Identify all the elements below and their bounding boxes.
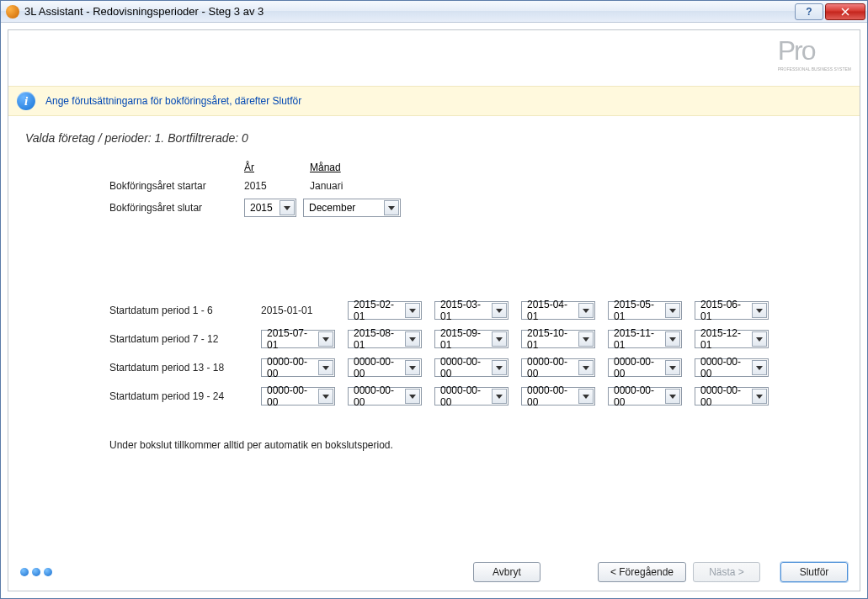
period-label: Startdatum period 7 - 12 bbox=[109, 333, 261, 345]
chevron-down-icon bbox=[405, 389, 420, 404]
next-button: Nästa > bbox=[693, 562, 760, 582]
period-date-combo[interactable]: 0000-00-00 bbox=[608, 387, 682, 406]
period-date-combo[interactable]: 2015-06-01 bbox=[695, 301, 769, 320]
period-date-combo[interactable]: 0000-00-00 bbox=[348, 387, 422, 406]
period-date-combo[interactable]: 0000-00-00 bbox=[521, 387, 595, 406]
fy-start-month: Januari bbox=[310, 180, 411, 192]
fy-end-year-combo[interactable]: 2015 bbox=[244, 199, 296, 217]
period-date-combo[interactable]: 0000-00-00 bbox=[608, 358, 682, 377]
content-area: Valda företag / perioder: 1. Bortfiltrer… bbox=[8, 116, 860, 554]
chevron-down-icon bbox=[665, 360, 680, 375]
period-date-combo[interactable]: 0000-00-00 bbox=[434, 387, 509, 406]
period-date-combo[interactable]: 0000-00-00 bbox=[695, 387, 769, 406]
period-date-combo[interactable]: 2015-11-01 bbox=[608, 330, 682, 348]
fy-end-month-combo[interactable]: December bbox=[303, 199, 401, 217]
cancel-button[interactable]: Avbryt bbox=[473, 562, 541, 582]
period-date-combo[interactable]: 2015-09-01 bbox=[434, 330, 509, 348]
fy-end-label: Bokföringsåret slutar bbox=[109, 202, 244, 214]
chevron-down-icon bbox=[665, 303, 680, 318]
period-label: Startdatum period 1 - 6 bbox=[109, 305, 261, 316]
chevron-down-icon bbox=[405, 360, 420, 375]
period-row: Startdatum period 19 - 24 0000-00-00 000… bbox=[109, 387, 843, 406]
summary-text: Valda företag / perioder: 1. Bortfiltrer… bbox=[25, 131, 843, 145]
dot-icon bbox=[20, 568, 29, 576]
period-date-combo[interactable]: 0000-00-00 bbox=[348, 358, 422, 377]
period-date-combo[interactable]: 2015-04-01 bbox=[521, 301, 595, 320]
chevron-down-icon bbox=[492, 303, 507, 318]
chevron-down-icon bbox=[318, 360, 333, 375]
period-date-combo[interactable]: 0000-00-00 bbox=[434, 358, 509, 377]
chevron-down-icon bbox=[665, 389, 680, 404]
period-date-combo[interactable]: 0000-00-00 bbox=[261, 358, 335, 377]
wizard-frame: Pro PROFESSIONAL BUSINESS SYSTEM i Ange … bbox=[8, 29, 860, 591]
chevron-down-icon bbox=[752, 331, 767, 347]
chevron-down-icon bbox=[405, 303, 420, 318]
period-date-combo[interactable]: 0000-00-00 bbox=[261, 387, 335, 406]
chevron-down-icon bbox=[492, 331, 507, 347]
period-row: Startdatum period 13 - 18 0000-00-00 000… bbox=[109, 358, 843, 377]
periods-grid: Startdatum period 1 - 6 2015-01-01 2015-… bbox=[109, 301, 843, 406]
chevron-down-icon bbox=[318, 331, 333, 347]
period-date-combo[interactable]: 2015-12-01 bbox=[695, 330, 769, 348]
period-date-combo[interactable]: 2015-05-01 bbox=[608, 301, 682, 320]
period-date-combo[interactable]: 0000-00-00 bbox=[521, 358, 595, 377]
period-date-combo[interactable]: 2015-07-01 bbox=[261, 330, 335, 348]
titlebar: 3L Assistant - Redovisningsperioder - St… bbox=[1, 1, 867, 23]
wizard-window: 3L Assistant - Redovisningsperioder - St… bbox=[0, 0, 868, 599]
info-message: Ange förutsättningarna för bokföringsåre… bbox=[45, 95, 301, 107]
info-bar: i Ange förutsättningarna för bokföringså… bbox=[8, 86, 860, 116]
chevron-down-icon bbox=[578, 303, 594, 318]
period-start-date: 2015-01-01 bbox=[261, 305, 348, 316]
period-date-combo[interactable]: 2015-02-01 bbox=[348, 301, 422, 320]
period-date-combo[interactable]: 2015-03-01 bbox=[434, 301, 509, 320]
periods-footnote: Under bokslut tillkommer alltid per auto… bbox=[109, 439, 843, 451]
dot-icon bbox=[32, 568, 40, 576]
chevron-down-icon bbox=[578, 331, 594, 347]
chevron-down-icon bbox=[752, 303, 767, 318]
info-icon: i bbox=[17, 92, 35, 110]
period-date-combo[interactable]: 0000-00-00 bbox=[695, 358, 769, 377]
help-button[interactable]: ? bbox=[795, 3, 823, 20]
chevron-down-icon bbox=[384, 200, 399, 215]
fy-start-year: 2015 bbox=[244, 180, 303, 192]
window-title: 3L Assistant - Redovisningsperioder - St… bbox=[24, 5, 795, 18]
chevron-down-icon bbox=[578, 360, 594, 375]
close-button[interactable] bbox=[825, 3, 865, 20]
period-label: Startdatum period 19 - 24 bbox=[109, 390, 261, 402]
period-label: Startdatum period 13 - 18 bbox=[109, 362, 261, 374]
chevron-down-icon bbox=[492, 389, 507, 404]
period-row: Startdatum period 1 - 6 2015-01-01 2015-… bbox=[109, 301, 843, 320]
period-date-combo[interactable]: 2015-08-01 bbox=[348, 330, 422, 348]
chevron-down-icon bbox=[280, 200, 295, 215]
chevron-down-icon bbox=[752, 389, 767, 404]
chevron-down-icon bbox=[405, 331, 420, 347]
chevron-down-icon bbox=[578, 389, 594, 404]
logo: Pro PROFESSIONAL BUSINESS SYSTEM bbox=[778, 35, 851, 72]
chevron-down-icon bbox=[492, 360, 507, 375]
period-date-combo[interactable]: 2015-10-01 bbox=[521, 330, 595, 348]
finish-button[interactable]: Slutför bbox=[780, 562, 848, 582]
dot-icon bbox=[44, 568, 52, 576]
wizard-footer: Avbryt < Föregående Nästa > Slutför bbox=[8, 554, 860, 591]
chevron-down-icon bbox=[318, 389, 333, 404]
fiscal-year-form: År Månad Bokföringsåret startar 2015 Jan… bbox=[109, 162, 843, 217]
app-icon bbox=[6, 5, 19, 19]
header-year: År bbox=[244, 162, 303, 173]
previous-button[interactable]: < Föregående bbox=[598, 562, 686, 582]
period-row: Startdatum period 7 - 12 2015-07-01 2015… bbox=[109, 330, 843, 348]
header-month: Månad bbox=[310, 162, 411, 173]
chevron-down-icon bbox=[752, 360, 767, 375]
progress-dots bbox=[20, 568, 52, 576]
chevron-down-icon bbox=[665, 331, 680, 347]
fy-start-label: Bokföringsåret startar bbox=[109, 180, 244, 192]
